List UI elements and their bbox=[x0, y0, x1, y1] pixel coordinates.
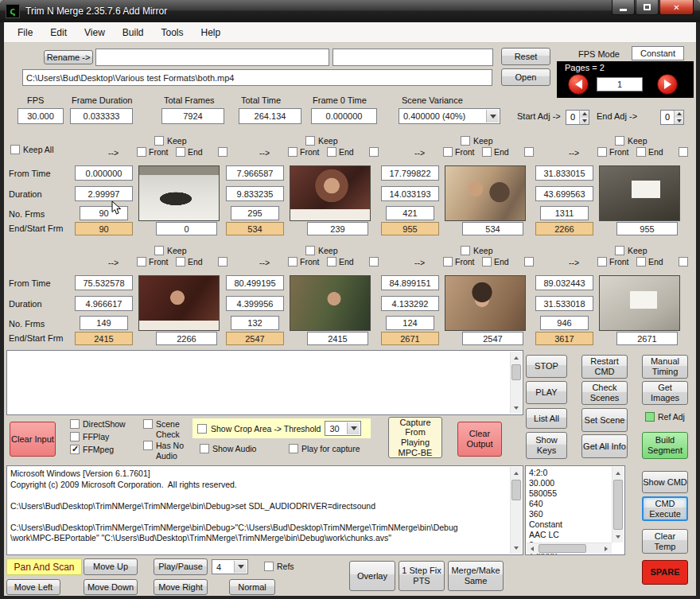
start-adj-spinner[interactable]: 0 bbox=[566, 110, 589, 125]
move-down-button[interactable]: Move Down bbox=[84, 579, 138, 595]
move-right-button[interactable]: Move Right bbox=[154, 579, 208, 595]
normal-button[interactable]: Normal bbox=[229, 579, 275, 595]
keep-checkbox[interactable] bbox=[305, 136, 315, 146]
rename-input-2[interactable] bbox=[332, 49, 493, 66]
end-frame-field[interactable] bbox=[535, 222, 593, 235]
extra-checkbox[interactable] bbox=[369, 147, 379, 157]
segment-thumbnail[interactable] bbox=[445, 275, 526, 331]
duration-field[interactable] bbox=[226, 296, 284, 311]
keep-checkbox[interactable] bbox=[154, 246, 164, 255]
end-checkbox[interactable] bbox=[327, 147, 336, 157]
scroll-down-icon[interactable] bbox=[612, 531, 624, 543]
end-checkbox[interactable] bbox=[482, 257, 492, 266]
play-for-capture-checkbox[interactable] bbox=[289, 444, 298, 453]
end-checkbox[interactable] bbox=[327, 257, 336, 266]
rename-button[interactable]: Rename -> bbox=[44, 50, 93, 64]
end-frame-field[interactable] bbox=[381, 222, 439, 235]
scroll-left-icon[interactable] bbox=[527, 543, 538, 554]
fps-mode-value[interactable] bbox=[632, 46, 684, 60]
num-frames-field[interactable] bbox=[386, 316, 434, 330]
keep-checkbox[interactable] bbox=[461, 136, 470, 146]
total-time-field[interactable] bbox=[239, 108, 301, 124]
end-checkbox[interactable] bbox=[176, 257, 185, 266]
num-frames-field[interactable] bbox=[386, 206, 434, 220]
front-checkbox[interactable] bbox=[137, 257, 146, 266]
start-frame-field[interactable] bbox=[307, 332, 368, 345]
from-time-field[interactable] bbox=[75, 275, 133, 290]
build-segment-button[interactable]: Build Segment bbox=[642, 432, 688, 459]
from-time-field[interactable] bbox=[75, 165, 133, 181]
scroll-up-icon[interactable] bbox=[511, 352, 522, 364]
duration-field[interactable] bbox=[75, 186, 133, 201]
front-checkbox[interactable] bbox=[288, 257, 298, 266]
manual-timing-button[interactable]: Manual Timing bbox=[642, 355, 688, 379]
end-checkbox[interactable] bbox=[636, 147, 646, 157]
media-info-list[interactable]: 4:2:0 30.000 580055 640 360 Constant AAC… bbox=[525, 465, 625, 555]
start-frame-field[interactable] bbox=[462, 332, 523, 345]
show-audio-checkbox[interactable] bbox=[200, 444, 209, 453]
from-time-field[interactable] bbox=[381, 275, 439, 290]
get-all-info-button[interactable]: Get All Info bbox=[581, 434, 628, 458]
front-checkbox[interactable] bbox=[137, 147, 146, 157]
start-frame-field[interactable] bbox=[462, 222, 523, 235]
end-frame-field[interactable] bbox=[75, 222, 133, 235]
num-frames-field[interactable] bbox=[80, 316, 128, 330]
page-number-input[interactable] bbox=[597, 77, 643, 91]
show-crop-checkbox[interactable] bbox=[197, 424, 207, 434]
front-checkbox[interactable] bbox=[597, 257, 607, 266]
scrollbar-thumb[interactable] bbox=[511, 480, 521, 500]
end-frame-field[interactable] bbox=[226, 332, 284, 345]
clear-temp-button[interactable]: Clear Temp bbox=[642, 529, 688, 554]
title-bar[interactable]: ς Trim N Merge 2.35.7.6 Add Mirror ✕ bbox=[0, 0, 700, 22]
menu-build[interactable]: Build bbox=[114, 24, 153, 41]
start-frame-field[interactable] bbox=[616, 332, 678, 345]
keep-checkbox[interactable] bbox=[461, 246, 470, 255]
scrollbar-thumb[interactable] bbox=[539, 544, 586, 553]
keep-all-checkbox[interactable] bbox=[10, 145, 20, 154]
refs-checkbox[interactable] bbox=[264, 562, 274, 571]
count-dropdown[interactable]: 4 bbox=[212, 559, 248, 574]
end-frame-field[interactable] bbox=[381, 332, 439, 345]
frame-duration-field[interactable] bbox=[70, 108, 133, 124]
open-button[interactable]: Open bbox=[501, 68, 550, 86]
end-checkbox[interactable] bbox=[176, 147, 185, 157]
pan-and-scan-button[interactable]: Pan And Scan bbox=[6, 558, 82, 575]
end-frame-field[interactable] bbox=[535, 332, 593, 345]
restart-cmd-button[interactable]: Restart CMD bbox=[581, 355, 628, 379]
segment-thumbnail[interactable] bbox=[445, 165, 526, 221]
front-checkbox[interactable] bbox=[443, 257, 453, 266]
front-checkbox[interactable] bbox=[597, 147, 607, 157]
spare-button[interactable]: SPARE bbox=[642, 560, 688, 585]
console-output[interactable]: Microsoft Windows [Version 6.1.7601] Cop… bbox=[6, 465, 523, 555]
scene-variance-dropdown[interactable]: 0.400000 (40%) bbox=[399, 108, 500, 124]
extra-checkbox[interactable] bbox=[369, 257, 379, 266]
next-page-button[interactable] bbox=[657, 74, 678, 95]
rename-input[interactable] bbox=[95, 49, 329, 66]
prev-page-button[interactable] bbox=[568, 74, 589, 95]
scrollbar-thumb[interactable] bbox=[613, 480, 623, 530]
duration-field[interactable] bbox=[75, 296, 133, 311]
segment-thumbnail[interactable] bbox=[138, 165, 220, 221]
show-keys-button[interactable]: Show Keys bbox=[526, 432, 567, 459]
scroll-down-icon[interactable] bbox=[511, 402, 522, 414]
duration-field[interactable] bbox=[535, 186, 593, 201]
end-frame-field[interactable] bbox=[75, 332, 133, 345]
scene-check-checkbox[interactable] bbox=[143, 419, 153, 429]
ref-adj-checkbox[interactable] bbox=[645, 412, 655, 422]
menu-view[interactable]: View bbox=[76, 24, 114, 41]
directshow-checkbox[interactable] bbox=[70, 419, 80, 429]
scroll-right-icon[interactable] bbox=[601, 543, 612, 554]
start-frame-field[interactable] bbox=[307, 222, 368, 235]
scroll-up-icon[interactable] bbox=[612, 467, 624, 479]
extra-checkbox[interactable] bbox=[524, 257, 534, 266]
clear-output-button[interactable]: Clear Output bbox=[457, 422, 502, 457]
menu-file[interactable]: File bbox=[9, 24, 41, 41]
check-scenes-button[interactable]: Check Scenes bbox=[581, 381, 628, 405]
segment-thumbnail[interactable] bbox=[599, 165, 680, 221]
fps-field[interactable] bbox=[18, 108, 64, 124]
front-checkbox[interactable] bbox=[288, 147, 298, 157]
segment-thumbnail[interactable] bbox=[290, 275, 371, 331]
output-list-scrollbar[interactable] bbox=[510, 352, 522, 414]
from-time-field[interactable] bbox=[226, 275, 284, 290]
scroll-down-icon[interactable] bbox=[511, 542, 522, 554]
